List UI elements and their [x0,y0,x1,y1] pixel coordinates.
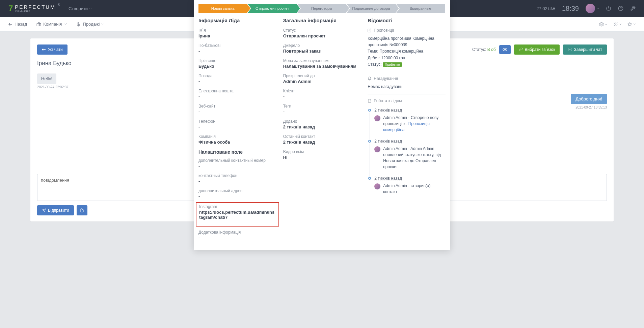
reminders-header: Нагадування [368,76,446,81]
edit-icon [368,28,372,32]
status-badge: Прийнято [383,62,402,67]
field-value: - [198,163,276,169]
instagram-highlight: Instagram https://docs.perfectum.ua/admi… [196,202,279,227]
custom-title: Налаштоване поле [198,149,276,155]
timeline-text: Admin Admin - Admin Admin оновлений стат… [383,146,446,170]
field-value: 2 тижнів назад [283,124,361,129]
field-label: Прикріплений до [283,73,361,78]
timeline-avatar [374,115,380,121]
field-value[interactable]: https://docs.perfectum.ua/admin/instagra… [199,210,276,220]
pipeline-stage[interactable]: Новая заявка [198,4,247,13]
proposal-block: Комерційна пропозиція Комерційна пропози… [368,35,446,72]
reminders-block: Немає нагадувань [368,84,446,94]
pipeline-stage[interactable]: Подписание договора [347,4,395,13]
field-value: 2 тижнів назад [283,140,361,145]
field-value: - [198,179,276,184]
field-value: - [198,94,276,99]
pipeline-stage[interactable]: Выигранные [396,4,445,13]
col-title: Інформація Ліда [198,18,276,23]
lead-modal: Новая заявка Отправлен просчет Переговор… [194,0,450,228]
field-value: Налаштування за замовчуванням [283,64,361,69]
timeline-dot [368,109,371,112]
field-label: Статус [283,28,361,33]
field-label: Веб-сайт [198,104,276,109]
field-value: Admin Admin [283,79,361,84]
col-title: Відомості [368,18,446,23]
field-value: Ні [283,155,361,160]
col-title: Загальна інформація [283,18,361,23]
pipeline-stage[interactable]: Отправлен просчет [248,4,296,13]
timeline-dot [368,177,371,180]
field-label: Теги [283,104,361,109]
file-icon [368,99,372,103]
field-value: Будько [198,64,276,69]
bell-icon [368,77,372,81]
field-label: Додано [283,119,361,124]
timeline-dot [368,140,371,143]
field-value: Фізична особа [198,140,276,145]
field-label: Електронна пошта [198,89,276,93]
field-value: - [198,109,276,114]
field-label: Ім`я [198,28,276,33]
timeline-avatar [374,183,380,189]
field-label: Видно всім [283,149,361,154]
col-details: Відомості Пропозиції Комерційна пропозиц… [368,18,446,228]
field-label: По-батькові [198,43,276,48]
pipeline-stage[interactable]: Переговоры [297,4,346,13]
proposal-debit: Дебет: 12000.00 грн [368,55,446,61]
field-label: контактный телефон [198,173,276,178]
field-label: Останній контакт [283,134,361,139]
field-value: - [198,124,276,129]
field-label: Мова за замовчуванням [283,58,361,63]
modal-overlay: Новая заявка Отправлен просчет Переговор… [0,0,644,228]
col-lead-info: Інформація Ліда Ім`яІринаПо-батькові-Прі… [198,18,276,228]
field-value: - [198,79,276,84]
pipeline: Новая заявка Отправлен просчет Переговор… [194,0,450,13]
timeline-avatar [374,146,380,152]
timeline-time: 2 тижнів назад [374,108,446,113]
field-value: Отправлен просчет [283,33,361,38]
field-value: Ірина [198,33,276,38]
proposal-status: Статус: Прийнято [368,61,446,68]
field-label: Клієнт [283,89,361,93]
col-general: Загальна інформація СтатусОтправлен прос… [283,18,361,228]
field-label: дополнительный адрес [198,188,276,193]
field-label: Джерело [283,43,361,48]
field-label: Телефон [198,119,276,124]
work-header: Робота з лідом [368,98,446,103]
field-value: - [283,94,361,99]
field-label: Компанія [198,134,276,139]
timeline-text: Admin Admin - Створено нову пропозицію -… [383,115,446,133]
field-label: Instagram [199,204,276,209]
field-value: - [198,194,276,199]
timeline-text: Admin Admin - створив(а) контакт [383,183,446,195]
proposals-header: Пропозиції [368,28,446,33]
timeline-time: 2 тижнів назад [374,139,446,144]
field-label: Прізвище [198,58,276,63]
proposal-name: Комерційна пропозиція Комерційна пропози… [368,35,446,48]
field-value: - [198,49,276,54]
reminders-text: Немає нагадувань [368,84,446,90]
field-value: Повторный заказ [283,49,361,54]
field-value: - [283,109,361,114]
field-label: дополнительный контактный номер [198,158,276,163]
timeline-time: 2 тижнів назад [374,176,446,181]
proposal-theme: Тема: Пропозиція комерційна [368,48,446,55]
field-label: Посада [198,73,276,78]
